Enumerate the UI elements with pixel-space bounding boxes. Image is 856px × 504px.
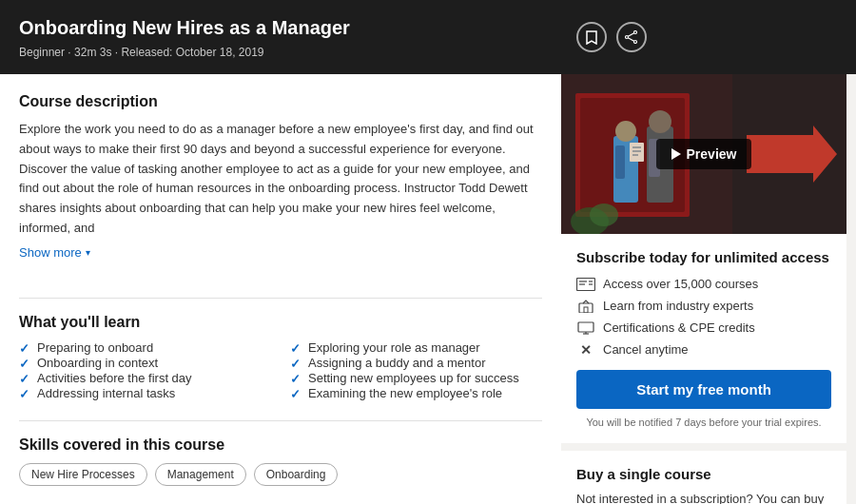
- skills-tags: New Hire Processes Management Onboarding: [19, 463, 542, 486]
- description-section: Course description Explore the work you …: [19, 93, 542, 279]
- svg-rect-27: [579, 303, 593, 313]
- monitor-icon: [576, 321, 595, 335]
- show-more-link[interactable]: Show more ▾: [19, 245, 90, 260]
- list-item: ✓ Activities before the first day: [19, 371, 271, 386]
- list-item: ✓ Assigning a buddy and a mentor: [290, 356, 542, 371]
- check-icon: ✓: [290, 341, 301, 356]
- trial-note: You will be notified 7 days before your …: [576, 417, 831, 428]
- list-item: ✓ Addressing internal tasks: [19, 386, 271, 401]
- list-item: ✓ Onboarding in context: [19, 356, 271, 371]
- list-item: ✓ Examining the new employee's role: [290, 386, 542, 401]
- check-icon: ✓: [290, 357, 301, 371]
- right-panel: Preview Subscribe today for unlimited ac…: [561, 74, 846, 504]
- buy-title: Buy a single course: [576, 466, 831, 482]
- bookmark-button[interactable]: [576, 22, 607, 52]
- subscribe-title: Subscribe today for unlimited access: [576, 249, 831, 265]
- courses-icon: [576, 278, 595, 291]
- skill-tag-onboarding[interactable]: Onboarding: [254, 463, 339, 486]
- x-icon: ✕: [576, 343, 595, 357]
- share-button[interactable]: [616, 22, 647, 52]
- check-icon: ✓: [19, 357, 29, 371]
- play-icon: [671, 148, 681, 160]
- benefit-item-cancel: ✕ Cancel anytime: [576, 342, 831, 357]
- preview-overlay: Preview: [561, 74, 846, 234]
- svg-rect-29: [578, 322, 593, 332]
- learn-title: What you'll learn: [19, 314, 542, 331]
- svg-point-0: [634, 31, 637, 34]
- svg-point-2: [626, 36, 629, 39]
- check-icon: ✓: [19, 372, 29, 386]
- learn-items-left: ✓ Preparing to onboard ✓ Onboarding in c…: [19, 340, 271, 401]
- description-text: Explore the work you need to do as a man…: [19, 120, 542, 239]
- svg-line-4: [628, 38, 633, 42]
- learn-grid: ✓ Preparing to onboard ✓ Onboarding in c…: [19, 340, 542, 401]
- course-meta: Beginner · 32m 3s · Released: October 18…: [19, 46, 580, 59]
- skill-tag-management[interactable]: Management: [155, 463, 246, 486]
- left-panel: Course description Explore the work you …: [0, 74, 561, 504]
- benefit-item-certs: Certifications & CPE credits: [576, 320, 831, 335]
- description-title: Course description: [19, 93, 542, 110]
- skills-title: Skills covered in this course: [19, 436, 542, 454]
- header-actions: [576, 22, 647, 52]
- preview-button[interactable]: Preview: [656, 139, 752, 169]
- main-content: Course description Explore the work you …: [0, 74, 856, 504]
- course-title: Onboarding New Hires as a Manager: [19, 15, 580, 40]
- svg-point-1: [634, 41, 637, 44]
- building-icon: [576, 300, 595, 313]
- skills-section: Skills covered in this course New Hire P…: [19, 436, 542, 486]
- check-icon: ✓: [290, 387, 301, 401]
- benefit-list: Access over 15,000 courses Learn from in…: [576, 277, 831, 357]
- divider-2: [19, 420, 542, 421]
- chevron-down-icon: ▾: [86, 247, 90, 258]
- check-icon: ✓: [290, 372, 301, 386]
- divider-1: [19, 298, 542, 299]
- course-header: Onboarding New Hires as a Manager Beginn…: [0, 0, 856, 74]
- buy-card: Buy a single course Not interested in a …: [561, 451, 846, 504]
- list-item: ✓ Preparing to onboard: [19, 340, 271, 356]
- list-item: ✓ Exploring your role as manager: [290, 340, 542, 356]
- learn-items-right: ✓ Exploring your role as manager ✓ Assig…: [290, 340, 542, 401]
- learn-section: What you'll learn ✓ Preparing to onboard…: [19, 314, 542, 401]
- skill-tag-new-hire[interactable]: New Hire Processes: [19, 463, 147, 486]
- benefit-item-experts: Learn from industry experts: [576, 299, 831, 313]
- check-icon: ✓: [19, 387, 29, 401]
- buy-text: Not interested in a subscription? You ca…: [576, 490, 831, 504]
- list-item: ✓ Setting new employees up for success: [290, 371, 542, 386]
- preview-thumbnail: Preview: [561, 74, 846, 234]
- start-free-month-button[interactable]: Start my free month: [576, 370, 831, 409]
- check-icon: ✓: [19, 341, 29, 356]
- svg-rect-28: [584, 307, 588, 313]
- subscribe-card: Subscribe today for unlimited access: [561, 234, 846, 443]
- benefit-item-courses: Access over 15,000 courses: [576, 277, 831, 291]
- svg-line-3: [628, 33, 633, 37]
- preview-card[interactable]: Preview: [561, 74, 846, 234]
